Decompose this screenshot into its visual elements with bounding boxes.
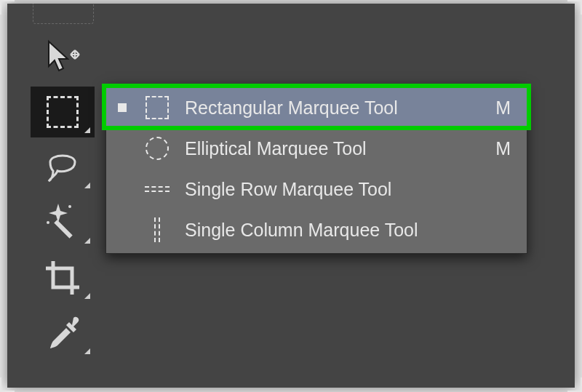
rectangular-marquee-icon [47,96,79,128]
lasso-tool-icon [43,149,82,185]
flyout-indicator-icon [84,348,90,354]
flyout-item-elliptical-marquee[interactable]: Elliptical Marquee Tool M [106,128,527,169]
lasso-tool[interactable] [31,142,95,193]
flyout-item-shortcut: M [489,138,511,159]
elliptical-marquee-icon [143,135,172,161]
panel-outline [33,4,94,24]
move-tool[interactable] [31,31,95,82]
flyout-indicator-icon [84,293,90,299]
flyout-item-rectangular-marquee[interactable]: Rectangular Marquee Tool M [106,87,527,128]
flyout-item-single-row-marquee[interactable]: Single Row Marquee Tool [106,169,527,209]
flyout-item-shortcut: M [489,97,511,119]
flyout-item-single-column-marquee[interactable]: Single Column Marquee Tool [106,209,527,250]
svg-rect-0 [54,220,72,238]
crop-tool[interactable] [31,252,95,303]
magic-wand-tool-icon [44,204,81,241]
marquee-flyout-menu: Rectangular Marquee Tool M Elliptical Ma… [105,84,527,254]
eyedropper-tool[interactable] [31,308,95,359]
flyout-item-label: Elliptical Marquee Tool [185,138,489,159]
flyout-item-label: Rectangular Marquee Tool [185,97,489,119]
move-tool-icon [44,39,81,75]
flyout-indicator-icon [84,238,90,244]
active-tool-indicator [118,103,127,112]
flyout-item-label: Single Column Marquee Tool [185,220,489,241]
svg-point-1 [47,221,49,224]
app-frame: Rectangular Marquee Tool M Elliptical Ma… [7,4,575,388]
crop-tool-icon [44,260,81,296]
marquee-tool[interactable] [31,87,95,137]
single-column-marquee-icon [143,217,172,243]
eyedropper-tool-icon [44,315,81,351]
rectangular-marquee-icon [143,95,172,121]
tools-toolbar [29,31,96,359]
svg-point-2 [68,205,71,208]
single-row-marquee-icon [143,176,172,202]
flyout-indicator-icon [84,183,90,188]
magic-wand-tool[interactable] [31,197,95,248]
flyout-item-label: Single Row Marquee Tool [185,179,489,200]
flyout-indicator-icon [84,127,90,133]
